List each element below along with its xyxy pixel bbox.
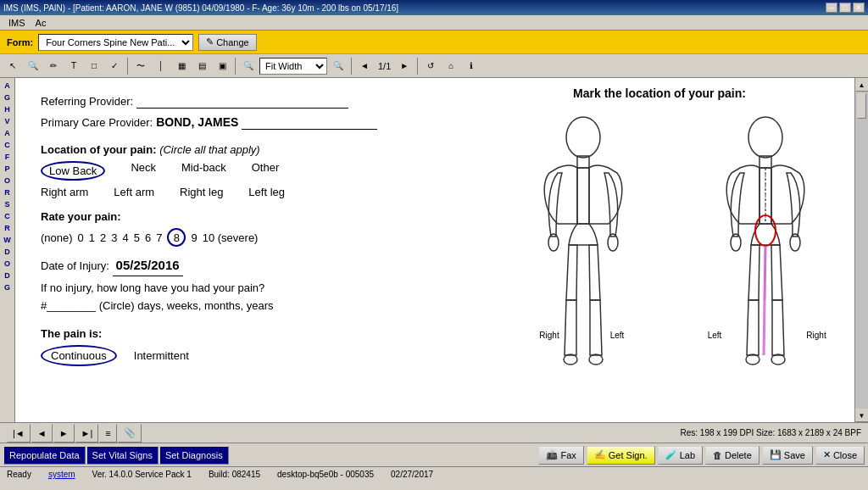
- page-list-btn[interactable]: ≡: [99, 424, 116, 443]
- body-diagram: Mark the location of your pain: Right Le…: [481, 86, 837, 422]
- toolbar-img2[interactable]: ▤: [192, 57, 211, 75]
- menu-ims[interactable]: IMS: [3, 18, 31, 28]
- rating-10[interactable]: 10 (severe): [203, 231, 259, 244]
- toolbar-img3[interactable]: ▣: [213, 57, 231, 75]
- sidebar-o2[interactable]: O: [0, 258, 14, 270]
- sidebar-r1[interactable]: R: [0, 187, 14, 198]
- sidebar-d1[interactable]: D: [0, 246, 14, 258]
- primary-care-label: Primary Care Provider:: [41, 116, 153, 129]
- maximize-button[interactable]: □: [839, 3, 851, 13]
- rating-1[interactable]: 1: [89, 231, 95, 244]
- rating-5[interactable]: 5: [134, 231, 140, 244]
- sidebar-c2[interactable]: C: [0, 210, 14, 222]
- toolbar-stamp[interactable]: □: [85, 57, 103, 75]
- sidebar-p[interactable]: P: [0, 163, 14, 175]
- sidebar-v[interactable]: V: [0, 115, 14, 127]
- page-next-btn[interactable]: ►: [53, 424, 75, 443]
- page-last-btn[interactable]: ►|: [75, 424, 99, 443]
- toolbar-refresh[interactable]: ↺: [421, 57, 440, 75]
- pain-left-arm[interactable]: Left arm: [114, 186, 154, 198]
- rating-8[interactable]: 8: [167, 228, 186, 247]
- rating-3[interactable]: 3: [111, 231, 117, 244]
- rating-none[interactable]: (none): [41, 231, 73, 244]
- pain-locations-row2: Right arm Left arm Right leg Left leg: [41, 186, 448, 198]
- close-button[interactable]: ✕: [853, 3, 865, 13]
- pain-intermittent[interactable]: Intermittent: [134, 349, 189, 362]
- page-first-btn[interactable]: |◄: [7, 424, 31, 443]
- page-prev-btn[interactable]: ◄: [31, 424, 53, 443]
- pain-mid-back[interactable]: Mid-back: [181, 161, 226, 181]
- sidebar-s[interactable]: S: [0, 198, 14, 210]
- svg-point-15: [746, 354, 760, 365]
- toolbar-line[interactable]: │: [152, 57, 170, 75]
- toolbar-zoom[interactable]: 🔍: [239, 57, 258, 75]
- sidebar-h[interactable]: H: [0, 103, 14, 115]
- change-button[interactable]: ✎ Change: [198, 34, 257, 51]
- rating-7[interactable]: 7: [156, 231, 162, 244]
- toolbar-next[interactable]: ►: [395, 57, 414, 75]
- scroll-up-button[interactable]: ▲: [855, 78, 869, 92]
- svg-text:Left: Left: [708, 331, 722, 340]
- scroll-down-button[interactable]: ▼: [855, 409, 869, 422]
- svg-line-18: [765, 246, 765, 300]
- injury-note2: #________ (Circle) days, weeks, months, …: [41, 298, 448, 315]
- sidebar-d2[interactable]: D: [0, 270, 14, 281]
- rating-2[interactable]: 2: [100, 231, 106, 244]
- sidebar-w[interactable]: W: [0, 234, 14, 246]
- sidebar-c1[interactable]: C: [0, 139, 14, 151]
- injury-date-label: Date of Injury:: [41, 259, 109, 272]
- fax-button[interactable]: 📠 Fax: [538, 446, 583, 465]
- toolbar-info[interactable]: ℹ: [462, 57, 481, 75]
- form-bar: Form: Four Corners Spine New Pati... ✎ C…: [0, 31, 868, 54]
- repopulate-button[interactable]: Repopulate Data: [3, 446, 86, 465]
- toolbar-check[interactable]: ✓: [105, 57, 124, 75]
- sidebar-g2[interactable]: G: [0, 281, 14, 293]
- page-ref-btn[interactable]: 📎: [118, 424, 142, 443]
- toolbar-zoom-in[interactable]: 🔍: [24, 57, 42, 75]
- pain-neck[interactable]: Neck: [131, 161, 156, 181]
- form-select[interactable]: Four Corners Spine New Pati...: [38, 34, 193, 51]
- sidebar-g[interactable]: G: [0, 92, 14, 103]
- sidebar-f[interactable]: F: [0, 151, 14, 163]
- rating-0[interactable]: 0: [78, 231, 84, 244]
- rating-4[interactable]: 4: [123, 231, 129, 244]
- scroll-thumb[interactable]: [857, 93, 866, 119]
- toolbar-prev[interactable]: ◄: [355, 57, 374, 75]
- set-vital-signs-button[interactable]: Set Vital Signs: [86, 446, 159, 465]
- save-button[interactable]: 💾 Save: [762, 446, 813, 465]
- toolbar-wave[interactable]: 〜: [131, 57, 150, 75]
- toolbar: ↖ 🔍 ✏ T □ ✓ 〜 │ ▦ ▤ ▣ 🔍 Fit Width 🔍 ◄ 1/…: [0, 54, 868, 78]
- toolbar-house[interactable]: ⌂: [442, 57, 460, 75]
- sidebar-a2[interactable]: A: [0, 127, 14, 139]
- sidebar-r2[interactable]: R: [0, 222, 14, 234]
- toolbar-img[interactable]: ▦: [172, 57, 191, 75]
- fit-width-select[interactable]: Fit Width: [259, 58, 327, 75]
- injury-date-value[interactable]: 05/25/2016: [113, 255, 183, 276]
- pain-right-leg[interactable]: Right leg: [180, 186, 223, 198]
- close-button-bottom[interactable]: ✕ Close: [815, 446, 865, 465]
- pain-low-back[interactable]: Low Back: [41, 161, 105, 181]
- pain-other[interactable]: Other: [252, 161, 280, 181]
- pain-right-arm[interactable]: Right arm: [41, 186, 88, 198]
- sidebar-a1[interactable]: A: [0, 80, 14, 92]
- rating-9[interactable]: 9: [191, 231, 197, 244]
- scroll-track[interactable]: [855, 92, 868, 409]
- referring-provider-field: Referring Provider:: [41, 95, 448, 109]
- get-sign-button[interactable]: ✍ Get Sign.: [587, 446, 655, 465]
- toolbar-zoom-out[interactable]: 🔍: [329, 57, 348, 75]
- pain-continuous[interactable]: Continuous: [41, 345, 117, 366]
- delete-button[interactable]: 🗑 Delete: [705, 446, 760, 465]
- menu-ac[interactable]: Ac: [31, 18, 52, 28]
- toolbar-pen[interactable]: ✏: [44, 57, 63, 75]
- minimize-button[interactable]: ─: [826, 3, 837, 13]
- rating-6[interactable]: 6: [145, 231, 151, 244]
- toolbar-highlight[interactable]: T: [64, 57, 83, 75]
- pain-rating-title: Rate your pain:: [41, 210, 448, 223]
- pain-left-leg[interactable]: Left leg: [248, 186, 285, 198]
- app-build: Build: 082415: [209, 470, 260, 479]
- doc-left-panel: Referring Provider: Primary Care Provide…: [41, 95, 448, 366]
- toolbar-select[interactable]: ↖: [3, 57, 22, 75]
- lab-button[interactable]: 🧪 Lab: [658, 446, 703, 465]
- sidebar-o1[interactable]: O: [0, 175, 14, 187]
- set-diagnosis-button[interactable]: Set Diagnosis: [159, 446, 229, 465]
